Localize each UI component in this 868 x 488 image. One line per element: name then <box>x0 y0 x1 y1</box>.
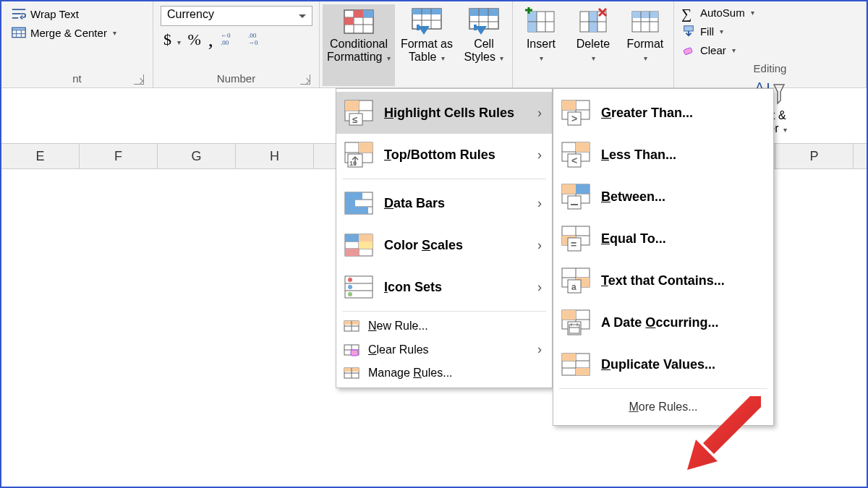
svg-rect-43 <box>632 12 658 18</box>
label: A Date Occurring... <box>601 315 718 330</box>
cell-styles-label-2: Styles <box>464 51 495 63</box>
svg-rect-67 <box>345 200 355 207</box>
menu-between[interactable]: Between... <box>553 176 773 218</box>
svg-text:>: > <box>571 113 577 124</box>
svg-rect-139 <box>562 354 576 361</box>
menu-icon-sets[interactable]: Icon Sets › <box>336 266 552 308</box>
svg-rect-21 <box>412 9 441 14</box>
svg-rect-74 <box>359 234 373 241</box>
text-contains-icon: a <box>561 267 591 294</box>
equal-to-icon: = <box>561 225 591 252</box>
menu-duplicate-values[interactable]: Duplicate Values... <box>553 343 773 385</box>
group-cells: Insert▾ Delete▾ Format▾ <box>513 1 674 87</box>
label: con Sets <box>388 280 442 294</box>
group-number: Currency $ ▾ % , ←0.00 .00→0 Number <box>153 1 320 87</box>
format-as-table-icon <box>411 7 443 36</box>
conditional-formatting-icon <box>343 7 375 36</box>
icon-sets-icon <box>344 273 374 301</box>
fmt-table-label-1: Format as <box>401 38 453 50</box>
menu-color-scales[interactable]: Color Scales › <box>336 224 552 266</box>
menu-top-bottom-rules[interactable]: 10 Top/Bottom Rules › <box>336 134 552 176</box>
fill-button[interactable]: Fill ▾ <box>678 23 861 39</box>
col-header[interactable]: H <box>236 144 314 168</box>
clear-rules-icon <box>344 343 359 357</box>
increase-decimal-button[interactable]: ←0.00 <box>221 31 241 48</box>
menu-clear-rules[interactable]: Clear Rules › <box>336 338 552 361</box>
wrap-text-button[interactable]: Wrap Text <box>9 6 145 22</box>
chevron-right-icon: › <box>537 147 542 163</box>
format-button[interactable]: Format▾ <box>620 4 671 86</box>
chevron-right-icon: › <box>537 280 542 295</box>
svg-rect-25 <box>417 25 420 30</box>
svg-rect-129 <box>562 310 576 320</box>
menu-new-rule[interactable]: New Rule... <box>336 314 552 338</box>
between-icon <box>561 183 591 210</box>
cell-styles-icon <box>468 7 500 36</box>
cond-fmt-label-2: Formatting <box>327 51 382 63</box>
label: Color Scales <box>384 238 463 253</box>
comma-style-button[interactable]: , <box>208 34 213 46</box>
label: ighlight Cells Rules <box>393 106 514 120</box>
svg-text:.00: .00 <box>248 32 257 39</box>
insert-label: Insert <box>527 38 556 50</box>
format-label: Format <box>627 38 664 50</box>
autosum-button[interactable]: ∑ AutoSum ▾ <box>678 4 861 20</box>
merge-center-button[interactable]: Merge & Center ▾ <box>9 25 145 40</box>
conditional-formatting-button[interactable]: ConditionalFormatting ▾ <box>323 4 395 86</box>
greater-than-icon: > <box>561 99 591 127</box>
svg-rect-19 <box>344 17 354 25</box>
accounting-format-button[interactable]: $ ▾ <box>163 30 181 49</box>
cond-fmt-label-1: Conditional <box>330 38 388 50</box>
svg-text:≤: ≤ <box>352 114 357 125</box>
autosum-label: AutoSum <box>700 7 745 19</box>
chevron-right-icon: › <box>537 106 542 121</box>
col-header[interactable]: P <box>775 144 854 168</box>
label: ext that Contains... <box>608 273 725 288</box>
menu-less-than[interactable]: < Less Than... <box>553 134 773 176</box>
cell-styles-label-1: Cell <box>474 38 494 50</box>
menu-text-contains[interactable]: a Text that Contains... <box>553 260 773 301</box>
delete-label: Delete <box>576 38 610 50</box>
format-as-table-button[interactable]: Format asTable ▾ <box>396 4 457 86</box>
group-styles: ConditionalFormatting ▾ Format asTable ▾… <box>320 1 513 87</box>
insert-button[interactable]: Insert▾ <box>516 4 566 86</box>
dialog-launcher-icon[interactable] <box>300 74 310 85</box>
eraser-icon <box>681 43 696 56</box>
label: ore Rules... <box>639 401 698 413</box>
color-scales-icon <box>344 231 374 259</box>
svg-rect-131 <box>569 325 579 333</box>
svg-text:10: 10 <box>349 160 357 167</box>
cell-styles-button[interactable]: CellStyles ▾ <box>459 4 509 86</box>
label: qual To... <box>610 231 666 246</box>
chevron-right-icon: › <box>537 238 542 253</box>
menu-date-occurring[interactable]: A Date Occurring... <box>553 301 773 343</box>
svg-rect-18 <box>363 10 373 17</box>
col-header[interactable]: F <box>80 144 158 168</box>
dialog-launcher-icon[interactable] <box>134 74 144 85</box>
clear-button[interactable]: Clear ▾ <box>678 42 861 58</box>
sigma-icon: ∑ <box>681 6 696 19</box>
top-bottom-icon: 10 <box>344 141 374 168</box>
percent-button[interactable]: % <box>188 30 201 49</box>
svg-rect-48 <box>684 48 693 55</box>
svg-point-81 <box>348 285 352 289</box>
menu-manage-rules[interactable]: Manage Rules... <box>336 361 552 385</box>
menu-data-bars[interactable]: Data Bars › <box>336 182 552 224</box>
svg-rect-17 <box>354 10 363 17</box>
chevron-right-icon: › <box>537 196 542 211</box>
col-header[interactable]: G <box>158 144 236 168</box>
label: ew Rule... <box>377 320 428 332</box>
decrease-decimal-button[interactable]: .00→0 <box>248 31 268 48</box>
menu-highlight-cells-rules[interactable]: ≤ Highlight Cells Rules › <box>336 92 552 134</box>
number-format-select[interactable]: Currency <box>161 6 312 26</box>
label: ess Than... <box>609 147 676 162</box>
highlight-cells-icon: ≤ <box>344 99 374 127</box>
menu-equal-to[interactable]: = Equal To... <box>553 218 773 260</box>
menu-greater-than[interactable]: > Greater Than... <box>553 92 773 134</box>
svg-rect-54 <box>345 100 359 111</box>
menu-more-rules[interactable]: More Rules... <box>553 392 773 422</box>
delete-button[interactable]: Delete▾ <box>568 4 618 86</box>
svg-text:→0: →0 <box>248 39 258 46</box>
svg-rect-112 <box>568 196 581 209</box>
col-header[interactable]: E <box>1 144 80 168</box>
